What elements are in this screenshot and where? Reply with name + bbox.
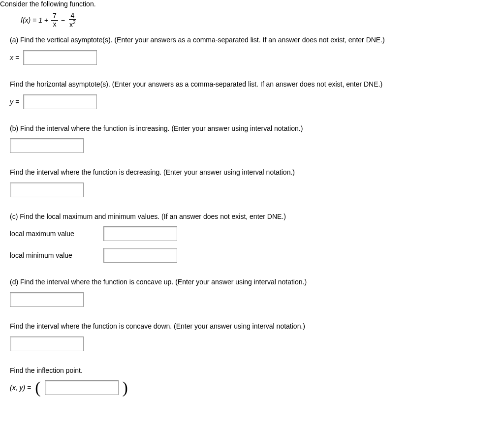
local-min-label: local minimum value bbox=[10, 251, 94, 259]
horizontal-asymptote-input[interactable] bbox=[23, 94, 97, 109]
xy-label: (x, y) = bbox=[10, 384, 31, 392]
local-max-label: local maximum value bbox=[10, 230, 94, 238]
increasing-interval-input[interactable] bbox=[10, 138, 84, 153]
frac1-num: 7 bbox=[51, 12, 58, 20]
minus-sign: − bbox=[61, 16, 65, 24]
local-max-input[interactable] bbox=[103, 226, 177, 241]
part-b-increasing-question: (b) Find the interval where the function… bbox=[10, 124, 494, 134]
frac2-num: 4 bbox=[69, 12, 76, 20]
concave-up-input[interactable] bbox=[10, 292, 84, 307]
vertical-asymptote-input[interactable] bbox=[23, 50, 97, 65]
part-c-question: (c) Find the local maximum and minimum v… bbox=[10, 212, 494, 222]
x-equals-label: x = bbox=[10, 54, 19, 61]
fraction-2: 4 x2 bbox=[68, 12, 77, 29]
part-b-decreasing-question: Find the interval where the function is … bbox=[10, 168, 494, 178]
part-d-concave-down-question: Find the interval where the function is … bbox=[10, 322, 494, 332]
inflection-point-question: Find the inflection point. bbox=[10, 366, 494, 376]
part-d-concave-up-question: (d) Find the interval where the function… bbox=[10, 277, 494, 287]
y-equals-label: y = bbox=[10, 98, 19, 106]
intro-text: Consider the following function. bbox=[0, 0, 494, 8]
part-a-vertical-question: (a) Find the vertical asymptote(s). (Ent… bbox=[10, 35, 494, 45]
inflection-point-input[interactable] bbox=[45, 380, 119, 395]
part-a-horizontal-question: Find the horizontal asymptote(s). (Enter… bbox=[10, 80, 494, 90]
decreasing-interval-input[interactable] bbox=[10, 183, 84, 197]
frac1-den: x bbox=[51, 21, 58, 28]
frac2-den: x2 bbox=[68, 20, 77, 29]
formula-lhs: f(x) = 1 + bbox=[21, 16, 48, 24]
function-formula: f(x) = 1 + 7 x − 4 x2 bbox=[21, 12, 494, 29]
fraction-1: 7 x bbox=[51, 12, 58, 28]
concave-down-input[interactable] bbox=[10, 336, 84, 351]
local-min-input[interactable] bbox=[103, 248, 177, 263]
